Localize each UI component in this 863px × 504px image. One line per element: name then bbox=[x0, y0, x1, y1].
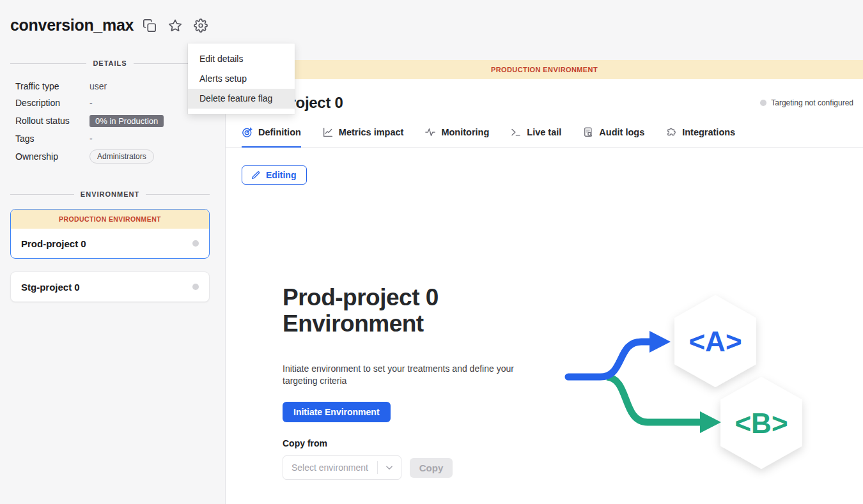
tab-label: Live tail bbox=[527, 127, 561, 137]
gear-icon bbox=[194, 19, 208, 33]
environment-cards: PRODUCTION ENVIRONMENT Prod-project 0 St… bbox=[10, 209, 210, 302]
favorite-button[interactable] bbox=[168, 19, 182, 33]
detail-label: Description bbox=[15, 98, 89, 108]
arrowhead-b bbox=[700, 411, 721, 433]
editing-button-label: Editing bbox=[266, 170, 296, 180]
document-search-icon bbox=[582, 126, 594, 138]
split-branch-b bbox=[607, 377, 703, 422]
initiate-environment-button[interactable]: Initiate Environment bbox=[283, 402, 391, 422]
tab-label: Audit logs bbox=[599, 127, 644, 137]
environment-card-stg[interactable]: Stg-project 0 bbox=[10, 271, 210, 302]
copy-name-button[interactable] bbox=[143, 19, 157, 33]
settings-menu: Edit details Alerts setup Delete feature… bbox=[188, 43, 295, 114]
menu-item-edit-details[interactable]: Edit details bbox=[188, 49, 295, 69]
targeting-status: Targeting not configured bbox=[760, 98, 853, 107]
status-dot-icon bbox=[192, 284, 199, 290]
menu-item-delete-feature-flag[interactable]: Delete feature flag bbox=[188, 89, 295, 109]
detail-label: Traffic type bbox=[15, 81, 89, 91]
detail-value: - bbox=[89, 98, 93, 108]
tab-label: Integrations bbox=[682, 127, 735, 137]
chevron-down-icon bbox=[378, 463, 401, 472]
details-rows: Traffic type user Description - Rollout … bbox=[15, 78, 215, 166]
variant-b-label: <B> bbox=[735, 408, 788, 439]
terminal-icon bbox=[510, 126, 522, 138]
status-dot-icon bbox=[760, 100, 766, 106]
detail-row-description: Description - bbox=[15, 95, 215, 111]
select-placeholder: Select environment bbox=[283, 462, 377, 473]
environment-name: Prod-project 0 bbox=[21, 238, 86, 249]
tab-audit-logs[interactable]: Audit logs bbox=[582, 126, 644, 148]
split-branch-a bbox=[568, 342, 651, 377]
detail-row-traffic-type: Traffic type user bbox=[15, 78, 215, 95]
variant-a-label: <A> bbox=[688, 326, 742, 357]
header-actions bbox=[143, 19, 208, 33]
tab-definition[interactable]: Definition bbox=[242, 126, 301, 148]
tab-live-tail[interactable]: Live tail bbox=[510, 126, 561, 148]
tab-monitoring[interactable]: Monitoring bbox=[424, 126, 489, 148]
environment-section-header: ENVIRONMENT bbox=[10, 190, 210, 198]
detail-value: - bbox=[89, 134, 93, 144]
puzzle-icon bbox=[665, 126, 677, 138]
details-section-header: DETAILS bbox=[10, 59, 210, 67]
status-dot-icon bbox=[192, 240, 199, 247]
pencil-icon bbox=[251, 171, 261, 180]
copy-icon bbox=[143, 19, 157, 33]
detail-value: user bbox=[89, 81, 107, 91]
tab-bar: Definition Metrics impact Monitoring bbox=[226, 112, 863, 148]
menu-item-alerts-setup[interactable]: Alerts setup bbox=[188, 69, 295, 89]
copy-button[interactable]: Copy bbox=[410, 458, 453, 478]
detail-row-ownership: Ownership Administrators bbox=[15, 147, 215, 166]
target-icon bbox=[242, 126, 253, 138]
settings-button[interactable] bbox=[194, 19, 208, 33]
main-content: PRODUCTION ENVIRONMENT Prod-project 0 Ta… bbox=[225, 60, 863, 504]
copy-from-label: Copy from bbox=[283, 438, 327, 448]
ab-split-illustration: <A> <B> bbox=[563, 285, 812, 489]
hero-title: Prod-project 0 Environment bbox=[283, 284, 439, 337]
targeting-status-label: Targeting not configured bbox=[771, 98, 853, 107]
environment-select[interactable]: Select environment bbox=[283, 455, 401, 480]
sidebar: DETAILS Traffic type user Description - … bbox=[0, 60, 225, 504]
environment-heading: ENVIRONMENT bbox=[81, 190, 139, 198]
environment-name: Stg-project 0 bbox=[21, 282, 80, 293]
detail-row-tags: Tags - bbox=[15, 130, 215, 147]
detail-label: Rollout status bbox=[15, 116, 89, 126]
hero-description: Initiate environment to set your treatme… bbox=[283, 363, 518, 388]
tab-integrations[interactable]: Integrations bbox=[665, 126, 735, 148]
pulse-icon bbox=[424, 126, 436, 138]
environment-card-prod[interactable]: PRODUCTION ENVIRONMENT Prod-project 0 bbox=[10, 209, 210, 259]
rollout-status-badge: 0% in Production bbox=[89, 115, 164, 127]
production-environment-banner: PRODUCTION ENVIRONMENT bbox=[226, 60, 863, 79]
details-heading: DETAILS bbox=[93, 59, 127, 67]
tab-label: Monitoring bbox=[441, 127, 489, 137]
star-icon bbox=[168, 19, 182, 33]
hero-title-line-2: Environment bbox=[283, 310, 439, 337]
page-title: conversion_max bbox=[10, 16, 134, 34]
line-chart-icon bbox=[322, 126, 334, 138]
tab-label: Metrics impact bbox=[339, 127, 404, 137]
arrowhead-a bbox=[649, 331, 671, 353]
editing-button[interactable]: Editing bbox=[242, 165, 307, 185]
detail-label: Ownership bbox=[15, 151, 89, 162]
hero-title-line-1: Prod-project 0 bbox=[283, 284, 439, 310]
detail-label: Tags bbox=[15, 134, 89, 144]
production-environment-banner: PRODUCTION ENVIRONMENT bbox=[11, 210, 209, 229]
tab-metrics-impact[interactable]: Metrics impact bbox=[322, 126, 404, 148]
detail-row-rollout-status: Rollout status 0% in Production bbox=[15, 111, 215, 130]
tab-label: Definition bbox=[258, 127, 301, 137]
ownership-pill[interactable]: Administrators bbox=[89, 149, 154, 164]
